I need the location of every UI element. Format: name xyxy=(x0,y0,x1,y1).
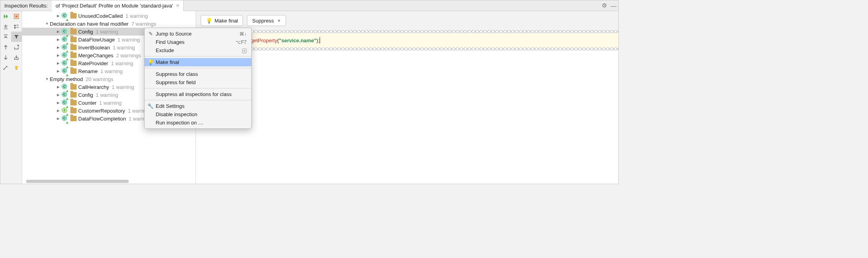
node-label: Rename xyxy=(78,68,98,74)
results-tab[interactable]: of 'Project Default' Profile on Module '… xyxy=(52,0,184,11)
chevron-right-icon[interactable] xyxy=(55,69,61,73)
node-label: Empty method xyxy=(50,76,83,82)
bulb-icon[interactable] xyxy=(11,62,22,73)
folder-icon xyxy=(70,100,77,105)
menu-find-usages[interactable]: Find Usages ⌥F7 xyxy=(145,38,251,46)
button-label: Suppress xyxy=(252,18,274,24)
code-line[interactable]: g name = environment . getProperty ( "se… xyxy=(196,33,618,47)
folder-icon xyxy=(70,13,77,19)
bulb-icon: 💡 xyxy=(147,59,154,65)
tree-row[interactable]: Declaration can have final modifier7 war… xyxy=(22,20,196,28)
caret xyxy=(320,37,320,43)
export-icon[interactable] xyxy=(11,42,22,52)
settings-icon[interactable] xyxy=(0,62,11,73)
menu-exclude[interactable]: Exclude xyxy=(145,46,251,55)
titlebar-label: Inspection Results: xyxy=(0,3,52,9)
chevron-right-icon[interactable] xyxy=(55,38,61,41)
group-by-icon[interactable] xyxy=(11,21,22,32)
context-menu: ✎ Jump to Source ⌘↓ Find Usages ⌥F7 Excl… xyxy=(144,28,252,129)
node-label: Config xyxy=(78,29,93,35)
tree-row[interactable]: CUnusedCodeCalled1 warning xyxy=(22,12,196,20)
class-icon: C xyxy=(62,60,68,66)
node-meta: 1 warning xyxy=(99,100,121,106)
close-icon[interactable]: × xyxy=(176,2,179,9)
class-icon: C xyxy=(62,68,68,74)
make-final-button[interactable]: 💡 Make final xyxy=(201,15,243,26)
folder-icon xyxy=(70,116,77,121)
node-meta: 1 warning xyxy=(126,13,148,19)
folder-icon xyxy=(70,29,77,34)
chevron-right-icon[interactable] xyxy=(55,14,61,18)
horizontal-scrollbar[interactable] xyxy=(26,180,129,183)
folder-icon xyxy=(70,92,77,98)
menu-edit-settings[interactable]: 🔧 Edit Settings xyxy=(145,102,251,110)
interface-icon: I xyxy=(62,107,68,114)
gear-icon[interactable]: ⚙ xyxy=(599,2,609,9)
chevron-right-icon[interactable] xyxy=(55,117,61,121)
rerun-icon[interactable] xyxy=(0,11,11,21)
node-meta: 1 warning xyxy=(96,29,118,35)
chevron-down-icon[interactable] xyxy=(44,77,50,81)
menu-suppress-field[interactable]: Suppress for field xyxy=(145,78,251,87)
svg-rect-1 xyxy=(15,15,18,17)
delete-key-icon xyxy=(242,48,247,53)
bulb-icon: 💡 xyxy=(206,18,212,24)
chevron-right-icon[interactable] xyxy=(55,85,61,89)
suppress-button[interactable]: Suppress ▼ xyxy=(247,15,286,26)
prev-icon[interactable] xyxy=(0,42,11,52)
chevron-right-icon[interactable] xyxy=(55,53,61,57)
node-label: UnusedCodeCalled xyxy=(78,13,123,19)
node-label: RateProvider xyxy=(78,60,108,66)
svg-rect-3 xyxy=(17,24,19,25)
class-icon: C xyxy=(62,44,68,51)
node-meta: 7 warnings xyxy=(131,21,156,27)
class-icon: C xyxy=(62,84,68,90)
wrench-icon: 🔧 xyxy=(147,103,154,109)
chevron-down-icon[interactable] xyxy=(44,22,50,26)
chevron-right-icon[interactable] xyxy=(55,93,61,97)
node-meta: 1 warning xyxy=(113,45,135,51)
import-icon[interactable] xyxy=(11,52,22,62)
svg-rect-5 xyxy=(17,27,19,27)
svg-rect-8 xyxy=(16,69,17,70)
class-icon: C xyxy=(62,52,68,58)
svg-rect-4 xyxy=(14,27,16,28)
svg-point-6 xyxy=(3,68,4,70)
menu-separator xyxy=(145,56,251,56)
menu-run-inspection[interactable]: Run inspection on … xyxy=(145,119,251,127)
chevron-right-icon[interactable] xyxy=(55,61,61,65)
collapse-all-icon[interactable] xyxy=(0,32,11,42)
chevron-right-icon[interactable] xyxy=(55,45,61,49)
node-meta: 20 warnings xyxy=(86,76,113,82)
expand-all-icon[interactable] xyxy=(0,21,11,32)
filter-icon[interactable] xyxy=(11,32,22,42)
node-meta: 1 warning xyxy=(96,92,118,98)
menu-suppress-all[interactable]: Suppress all inspections for class xyxy=(145,90,251,98)
close-results-icon[interactable] xyxy=(11,11,22,21)
menu-suppress-class[interactable]: Suppress for class xyxy=(145,70,251,78)
folder-icon xyxy=(70,108,77,113)
chevron-right-icon[interactable] xyxy=(55,109,61,113)
folder-icon xyxy=(70,37,77,42)
class-icon: C xyxy=(62,13,68,19)
minimize-icon[interactable]: — xyxy=(609,2,618,9)
class-icon: C xyxy=(62,36,68,43)
class-icon: C xyxy=(62,115,68,122)
preview-pane: 💡 Make final Suppress ▼ g name = environ… xyxy=(196,11,618,184)
menu-make-final[interactable]: 💡 Make final xyxy=(145,58,251,66)
menu-separator xyxy=(145,68,251,68)
svg-point-7 xyxy=(15,66,18,69)
edit-icon: ✎ xyxy=(147,31,154,37)
node-label: InvertBoolean xyxy=(78,45,110,51)
titlebar: Inspection Results: of 'Project Default'… xyxy=(0,0,618,11)
node-meta: 1 warning xyxy=(111,60,133,66)
folder-icon xyxy=(70,53,77,58)
next-icon[interactable] xyxy=(0,52,11,62)
menu-disable-inspection[interactable]: Disable inspection xyxy=(145,110,251,119)
node-label: Config xyxy=(78,92,93,98)
class-icon: C xyxy=(62,28,68,35)
chevron-right-icon[interactable] xyxy=(55,30,61,34)
chevron-right-icon[interactable] xyxy=(55,101,61,105)
node-label: Declaration can have final modifier xyxy=(50,21,128,27)
menu-jump-to-source[interactable]: ✎ Jump to Source ⌘↓ xyxy=(145,30,251,38)
